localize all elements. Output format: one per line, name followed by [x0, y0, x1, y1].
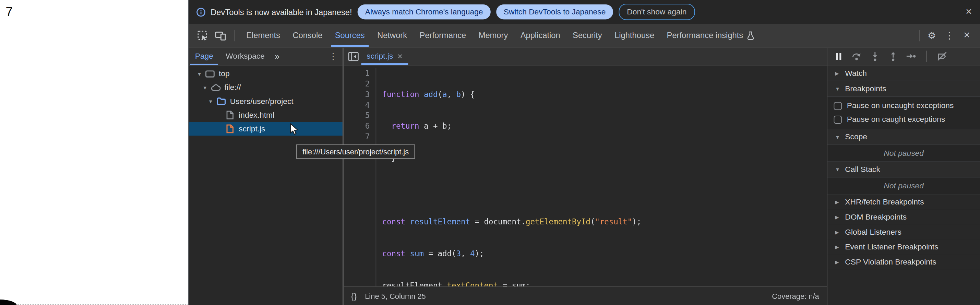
tree-item-index-html[interactable]: index.html: [189, 108, 342, 122]
settings-gear-icon[interactable]: ⚙: [924, 27, 940, 43]
more-options-menu-icon[interactable]: ⋮: [941, 27, 958, 43]
step-out-icon[interactable]: [888, 51, 898, 62]
tree-item-script-js-selected[interactable]: script.js: [189, 122, 342, 136]
line-number-gutter: 1 2 3 4 5 6 7: [344, 68, 376, 286]
section-scope[interactable]: ▼Scope: [827, 129, 980, 145]
tab-close-icon[interactable]: ×: [398, 51, 402, 61]
collapse-arrow-icon[interactable]: ▶: [835, 229, 842, 235]
editor-tabstrip: script.js ×: [344, 48, 827, 66]
collapse-arrow-icon[interactable]: ▼: [835, 86, 842, 92]
file-icon: [225, 110, 235, 120]
coverage-text: Coverage: n/a: [772, 292, 819, 300]
toolbar-divider: [919, 30, 920, 41]
pause-caught-row[interactable]: Pause on caught exceptions: [827, 113, 980, 126]
navigator-tab-workspace[interactable]: Workspace: [220, 48, 271, 65]
line-number: 1: [344, 68, 370, 79]
expand-arrow-icon[interactable]: ▼: [202, 85, 208, 90]
always-match-language-button[interactable]: Always match Chrome's language: [358, 5, 490, 19]
collapse-arrow-icon[interactable]: ▶: [835, 259, 842, 265]
expand-arrow-icon[interactable]: ▼: [196, 71, 202, 77]
code-lines[interactable]: function add(a, b) { return a + b; } con…: [376, 68, 641, 286]
section-csp-violation-breakpoints[interactable]: ▶CSP Violation Breakpoints: [827, 255, 980, 270]
tree-item-file-protocol[interactable]: ▼ file://: [189, 81, 342, 94]
step-into-icon[interactable]: [869, 51, 880, 62]
collapse-arrow-icon[interactable]: ▶: [835, 214, 842, 220]
tab-performance-insights[interactable]: Performance insights: [660, 24, 760, 47]
code-line: const resultElement = document.getElemen…: [382, 217, 641, 227]
switch-to-japanese-button[interactable]: Switch DevTools to Japanese: [496, 5, 613, 19]
tab-lighthouse[interactable]: Lighthouse: [608, 24, 660, 47]
screenshot-stage: 7 DevTools is now available in Japanese!…: [0, 0, 980, 305]
line-number: 2: [344, 79, 370, 89]
section-watch[interactable]: ▶Watch: [827, 65, 980, 81]
code-line: return a + b;: [382, 121, 641, 132]
page-number-text: 7: [5, 5, 12, 19]
devtools-close-icon[interactable]: ×: [959, 27, 975, 43]
line-number: 5: [344, 111, 370, 121]
pause-icon[interactable]: [833, 51, 844, 62]
pretty-print-icon[interactable]: {}: [351, 292, 357, 300]
corner-shape: [0, 300, 17, 305]
device-toolbar-icon[interactable]: [213, 28, 228, 43]
editor-statusbar: {} Line 5, Column 25 Coverage: n/a: [344, 286, 827, 305]
tab-sources[interactable]: Sources: [329, 24, 371, 47]
panel-tabs: Elements Console Sources Network Perform…: [240, 24, 760, 47]
language-infobar: DevTools is now available in Japanese! A…: [189, 0, 980, 24]
editor-tab-script-js[interactable]: script.js ×: [361, 48, 408, 65]
section-global-listeners[interactable]: ▶Global Listeners: [827, 224, 980, 240]
tab-console[interactable]: Console: [286, 24, 328, 47]
section-breakpoints[interactable]: ▼Breakpoints: [827, 81, 980, 97]
navigator-tab-page[interactable]: Page: [189, 48, 220, 65]
tab-elements[interactable]: Elements: [240, 24, 286, 47]
section-event-listener-breakpoints[interactable]: ▶Event Listener Breakpoints: [827, 240, 980, 255]
pause-uncaught-row[interactable]: Pause on uncaught exceptions: [827, 99, 980, 113]
deactivate-breakpoints-icon[interactable]: [937, 51, 947, 62]
infobar-close-icon[interactable]: ×: [966, 5, 972, 18]
step-over-icon[interactable]: [851, 51, 862, 62]
navigator-tabstrip: Page Workspace » ⋮: [189, 48, 342, 66]
editor-pane: script.js × 1 2 3 4 5 6 7 func: [344, 48, 827, 305]
checkbox-unchecked[interactable]: [834, 102, 842, 110]
section-call-stack[interactable]: ▼Call Stack: [827, 162, 980, 178]
section-dom-breakpoints[interactable]: ▶DOM Breakpoints: [827, 210, 980, 225]
step-icon[interactable]: [905, 51, 916, 62]
tree-item-top[interactable]: ▼ top: [189, 67, 342, 81]
collapse-arrow-icon[interactable]: ▶: [835, 199, 842, 205]
js-file-icon: [225, 124, 235, 134]
line-number: 4: [344, 100, 370, 111]
line-number: 6: [344, 121, 370, 132]
navigator-menu-icon[interactable]: ⋮: [324, 48, 342, 65]
navigator-pane: Page Workspace » ⋮ ▼ top ▼ file://: [189, 48, 342, 305]
checkbox-unchecked[interactable]: [834, 115, 842, 123]
debugger-pane: ▶Watch ▼Breakpoints Pause on uncaught ex…: [827, 48, 980, 305]
collapse-arrow-icon[interactable]: ▶: [835, 70, 842, 76]
line-number: 3: [344, 89, 370, 100]
inspect-element-icon[interactable]: [194, 28, 210, 43]
hide-navigator-icon[interactable]: [346, 49, 361, 64]
code-line: const sum = add(3, 4);: [382, 249, 641, 259]
folder-icon: [216, 96, 226, 106]
collapse-arrow-icon[interactable]: ▶: [835, 244, 842, 250]
tab-network[interactable]: Network: [371, 24, 413, 47]
tab-application[interactable]: Application: [514, 24, 566, 47]
tab-memory[interactable]: Memory: [472, 24, 514, 47]
toolbar-divider: [926, 51, 927, 62]
collapse-arrow-icon[interactable]: ▼: [835, 167, 842, 172]
expand-arrow-icon[interactable]: ▼: [207, 99, 214, 104]
tree-item-project-folder[interactable]: ▼ Users/user/project: [189, 94, 342, 108]
code-line: }: [382, 153, 641, 164]
dont-show-again-button[interactable]: Don't show again: [619, 4, 695, 20]
file-tree: ▼ top ▼ file:// ▼ Users/user/project: [189, 65, 342, 136]
info-icon: [196, 7, 205, 16]
page-background: 7: [0, 0, 189, 305]
tab-performance[interactable]: Performance: [413, 24, 472, 47]
breakpoints-content: Pause on uncaught exceptions Pause on ca…: [827, 97, 980, 130]
more-tabs-icon[interactable]: »: [271, 48, 283, 65]
cloud-icon: [210, 83, 221, 93]
line-number: 7: [344, 132, 370, 143]
code-editor[interactable]: 1 2 3 4 5 6 7 function add(a, b) { retur…: [344, 65, 827, 286]
infobar-message: DevTools is now available in Japanese!: [210, 7, 352, 16]
collapse-arrow-icon[interactable]: ▼: [835, 134, 842, 140]
section-xhr-breakpoints[interactable]: ▶XHR/fetch Breakpoints: [827, 195, 980, 210]
tab-security[interactable]: Security: [566, 24, 608, 47]
